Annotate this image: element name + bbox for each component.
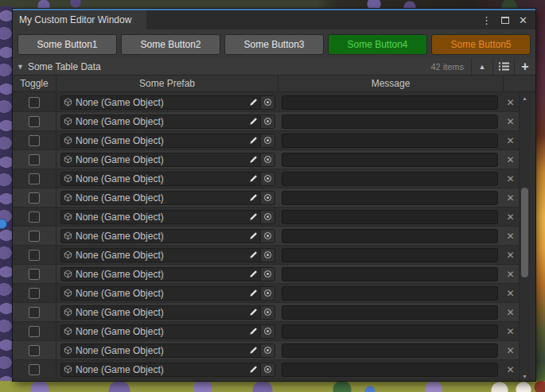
toolbar-button[interactable]: Some Button5: [431, 34, 531, 55]
message-input[interactable]: [282, 343, 498, 358]
edit-pencil-icon[interactable]: [247, 174, 260, 183]
prefab-object-field[interactable]: None (Game Object): [60, 305, 275, 320]
remove-row-button[interactable]: ✕: [502, 288, 519, 299]
toolbar-button[interactable]: Some Button3: [224, 34, 324, 55]
toolbar-button[interactable]: Some Button1: [18, 34, 117, 55]
message-input[interactable]: [282, 363, 498, 377]
message-input[interactable]: [282, 95, 498, 110]
toggle-checkbox[interactable]: [29, 173, 40, 184]
toggle-checkbox[interactable]: [29, 97, 40, 108]
prefab-object-field[interactable]: None (Game Object): [60, 229, 275, 243]
object-picker-button[interactable]: [260, 268, 274, 281]
column-header-message[interactable]: Message: [278, 76, 504, 91]
edit-pencil-icon[interactable]: [247, 117, 260, 126]
prefab-object-field[interactable]: None (Game Object): [60, 172, 275, 186]
toggle-checkbox[interactable]: [29, 250, 40, 261]
prefab-object-field[interactable]: None (Game Object): [60, 191, 275, 205]
toggle-checkbox[interactable]: [29, 364, 40, 375]
remove-row-button[interactable]: ✕: [502, 97, 519, 108]
toggle-checkbox[interactable]: [29, 231, 40, 242]
object-picker-button[interactable]: [260, 115, 274, 128]
message-input[interactable]: [282, 286, 498, 301]
object-picker-button[interactable]: [260, 134, 274, 147]
prefab-object-field[interactable]: None (Game Object): [60, 134, 275, 148]
edit-pencil-icon[interactable]: [247, 193, 260, 202]
object-picker-button[interactable]: [260, 153, 274, 166]
message-input[interactable]: [282, 229, 498, 243]
prefab-object-field[interactable]: None (Game Object): [60, 343, 275, 358]
remove-row-button[interactable]: ✕: [502, 250, 519, 261]
message-input[interactable]: [282, 134, 498, 148]
edit-pencil-icon[interactable]: [247, 327, 260, 336]
message-input[interactable]: [282, 172, 498, 186]
edit-pencil-icon[interactable]: [247, 308, 260, 316]
toggle-checkbox[interactable]: [29, 307, 40, 318]
toggle-checkbox[interactable]: [29, 326, 40, 337]
remove-row-button[interactable]: ✕: [502, 192, 519, 204]
remove-row-button[interactable]: ✕: [502, 116, 519, 127]
edit-pencil-icon[interactable]: [247, 155, 260, 164]
prefab-object-field[interactable]: None (Game Object): [60, 153, 275, 167]
message-input[interactable]: [282, 114, 498, 129]
close-icon[interactable]: ✕: [519, 15, 527, 25]
list-view-button[interactable]: [492, 58, 514, 75]
prefab-object-field[interactable]: None (Game Object): [60, 114, 275, 129]
remove-row-button[interactable]: ✕: [502, 307, 519, 318]
object-picker-button[interactable]: [260, 249, 274, 262]
scroll-up-icon[interactable]: ▲: [520, 93, 530, 103]
vertical-scrollbar[interactable]: ▲ ▼: [519, 93, 530, 381]
toolbar-button[interactable]: Some Button2: [121, 34, 220, 55]
remove-row-button[interactable]: ✕: [502, 154, 519, 165]
edit-pencil-icon[interactable]: [247, 212, 260, 221]
scrollbar-thumb[interactable]: [521, 188, 528, 277]
prefab-object-field[interactable]: None (Game Object): [60, 324, 275, 339]
message-input[interactable]: [282, 210, 498, 224]
window-tab[interactable]: My Custom Editor Window: [13, 10, 146, 29]
message-input[interactable]: [282, 267, 498, 281]
edit-pencil-icon[interactable]: [247, 289, 260, 297]
remove-row-button[interactable]: ✕: [502, 173, 519, 184]
edit-pencil-icon[interactable]: [247, 231, 260, 240]
edit-pencil-icon[interactable]: [247, 250, 260, 259]
remove-row-button[interactable]: ✕: [502, 345, 519, 356]
object-picker-button[interactable]: [260, 306, 274, 319]
object-picker-button[interactable]: [260, 363, 274, 376]
object-picker-button[interactable]: [260, 325, 274, 338]
message-input[interactable]: [282, 305, 498, 320]
edit-pencil-icon[interactable]: [247, 270, 260, 278]
object-picker-button[interactable]: [260, 96, 274, 109]
message-input[interactable]: [282, 324, 498, 339]
object-picker-button[interactable]: [260, 287, 274, 300]
edit-pencil-icon[interactable]: [247, 346, 260, 355]
message-input[interactable]: [282, 248, 498, 262]
column-header-prefab[interactable]: Some Prefab: [56, 76, 278, 91]
toggle-checkbox[interactable]: [29, 192, 40, 204]
scroll-down-icon[interactable]: ▼: [520, 371, 530, 381]
edit-pencil-icon[interactable]: [247, 98, 260, 107]
remove-row-button[interactable]: ✕: [502, 364, 519, 375]
edit-pencil-icon[interactable]: [247, 365, 260, 374]
prefab-object-field[interactable]: None (Game Object): [60, 248, 275, 262]
toggle-checkbox[interactable]: [29, 288, 40, 299]
toggle-checkbox[interactable]: [29, 212, 40, 223]
column-header-toggle[interactable]: Toggle: [13, 76, 56, 91]
prefab-object-field[interactable]: None (Game Object): [60, 286, 275, 301]
toggle-checkbox[interactable]: [29, 269, 40, 280]
prefab-object-field[interactable]: None (Game Object): [60, 95, 275, 110]
toggle-checkbox[interactable]: [29, 135, 40, 146]
message-input[interactable]: [282, 153, 498, 167]
prefab-object-field[interactable]: None (Game Object): [60, 267, 275, 281]
remove-row-button[interactable]: ✕: [502, 326, 519, 337]
sort-ascending-button[interactable]: ▲: [471, 58, 492, 75]
object-picker-button[interactable]: [260, 344, 274, 357]
object-picker-button[interactable]: [260, 230, 274, 243]
maximize-icon[interactable]: [501, 17, 509, 24]
toggle-checkbox[interactable]: [29, 116, 40, 127]
object-picker-button[interactable]: [260, 173, 274, 185]
prefab-object-field[interactable]: None (Game Object): [60, 363, 275, 377]
table-foldout[interactable]: ▼ Some Table Data: [13, 58, 101, 75]
remove-row-button[interactable]: ✕: [502, 269, 519, 280]
window-menu-icon[interactable]: ⋮: [481, 15, 492, 25]
object-picker-button[interactable]: [260, 211, 274, 223]
edit-pencil-icon[interactable]: [247, 136, 260, 145]
